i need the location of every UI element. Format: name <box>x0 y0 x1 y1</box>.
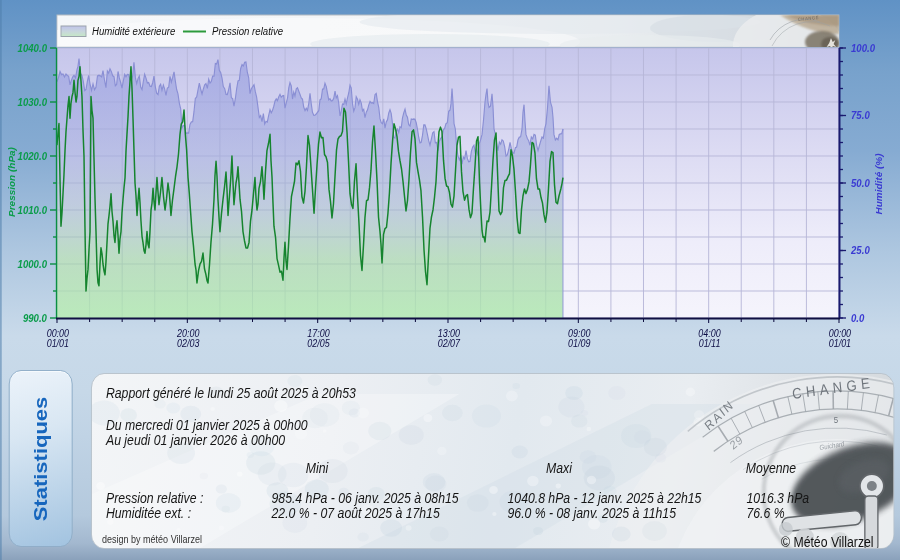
svg-text:50.0: 50.0 <box>851 177 870 189</box>
svg-text:990.0: 990.0 <box>23 312 47 324</box>
svg-text:1030.0: 1030.0 <box>18 96 48 108</box>
svg-text:100.0: 100.0 <box>851 42 875 54</box>
svg-text:0.0: 0.0 <box>851 312 865 324</box>
svg-text:Pression (hPa): Pression (hPa) <box>7 147 17 217</box>
svg-text:1010.0: 1010.0 <box>18 204 48 216</box>
svg-text:Humidité extérieure: Humidité extérieure <box>92 26 176 38</box>
svg-text:01/09: 01/09 <box>568 337 591 349</box>
svg-text:1020.0: 1020.0 <box>18 150 48 162</box>
svg-text:01/11: 01/11 <box>699 337 721 349</box>
svg-text:02/07: 02/07 <box>438 337 461 349</box>
svg-text:02/03: 02/03 <box>177 337 200 349</box>
svg-text:01/01: 01/01 <box>47 337 69 349</box>
svg-text:1040.0: 1040.0 <box>18 42 48 54</box>
svg-text:Humidité (%): Humidité (%) <box>874 154 884 215</box>
svg-text:01/01: 01/01 <box>829 337 851 349</box>
svg-text:25.0: 25.0 <box>850 245 870 257</box>
svg-text:75.0: 75.0 <box>851 110 870 122</box>
svg-text:02/05: 02/05 <box>307 337 330 349</box>
svg-text:1000.0: 1000.0 <box>18 258 48 270</box>
svg-text:Pression relative: Pression relative <box>212 26 283 38</box>
